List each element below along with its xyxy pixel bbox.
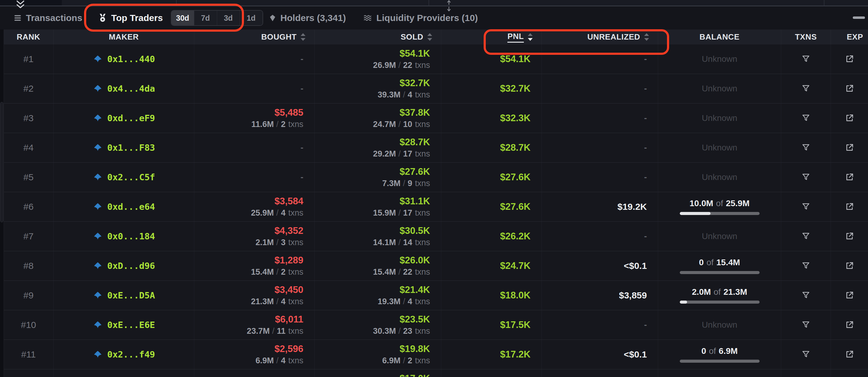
filter-icon[interactable] bbox=[801, 54, 811, 64]
external-link-icon[interactable] bbox=[844, 202, 854, 212]
column-header-balance[interactable]: BALANCE bbox=[658, 30, 781, 44]
rank-cell: #4 bbox=[4, 133, 54, 162]
timeframe-3d-button[interactable]: 3d bbox=[217, 11, 240, 25]
bought-subtext: 15.4M/2txns bbox=[251, 268, 303, 277]
pnl-cell: $17.5K bbox=[441, 310, 542, 340]
column-header-txns[interactable]: TXNS bbox=[781, 30, 831, 44]
filter-icon[interactable] bbox=[801, 84, 811, 93]
sort-icon[interactable] bbox=[426, 33, 433, 42]
pane-corner bbox=[0, 0, 62, 5]
column-header-pnl[interactable]: PNL bbox=[441, 30, 542, 44]
external-link-icon[interactable] bbox=[844, 84, 854, 93]
trader-row[interactable]: #8 0xD...d96 $1,28915.4M/2txns $26.0K15.… bbox=[4, 251, 868, 281]
external-link-icon[interactable] bbox=[844, 143, 854, 153]
external-link-icon[interactable] bbox=[844, 261, 854, 271]
bought-cell: $2,5966.9M/4txns bbox=[194, 340, 315, 369]
column-header-rank[interactable]: RANK bbox=[4, 30, 54, 44]
column-header-bought[interactable]: BOUGHT bbox=[194, 30, 315, 44]
timeframe-7d-button[interactable]: 7d bbox=[194, 11, 217, 25]
vertical-scrollbar[interactable] bbox=[0, 30, 4, 377]
maker-cell[interactable]: 0x2...C5f bbox=[54, 163, 194, 192]
tab-holders[interactable]: Holders (3,341) bbox=[269, 13, 346, 23]
external-link-icon[interactable] bbox=[844, 290, 854, 300]
unrealized-cell: <$0.1 bbox=[542, 251, 658, 280]
maker-cell[interactable]: 0xE...E6E bbox=[54, 310, 194, 340]
trader-row[interactable]: #7 0x0...184 $4,3522.1M/3txns $30.5K14.1… bbox=[4, 222, 868, 251]
column-header-sold[interactable]: SOLD bbox=[315, 30, 441, 44]
whale-icon bbox=[93, 55, 103, 64]
filter-icon[interactable] bbox=[801, 202, 811, 212]
sold-cell: $30.5K14.1M/14txns bbox=[315, 222, 441, 251]
external-link-icon[interactable] bbox=[844, 54, 854, 64]
trader-row[interactable]: #1 0x1...440 - $54.1K26.9M/22txns $54.1K… bbox=[4, 44, 868, 74]
unrealized-cell: - bbox=[542, 222, 658, 251]
pnl-cell: $24.7K bbox=[441, 251, 542, 280]
maker-cell[interactable]: 0xE...D5A bbox=[54, 281, 194, 310]
filter-icon[interactable] bbox=[801, 143, 811, 153]
bought-subtext: 11.6M/2txns bbox=[251, 120, 303, 129]
sort-icon-active-desc[interactable] bbox=[527, 33, 534, 42]
trader-row[interactable]: #6 0xd...e64 $3,58425.9M/4txns $31.1K15.… bbox=[4, 192, 868, 222]
sold-cell: $54.1K26.9M/22txns bbox=[315, 44, 441, 74]
maker-cell[interactable]: 0x1...F83 bbox=[54, 133, 194, 162]
tab-top-traders[interactable]: Top Traders bbox=[98, 13, 163, 23]
trader-row[interactable]: #11 0x2...f49 $2,5966.9M/4txns $19.8K6.9… bbox=[4, 340, 868, 369]
maker-cell[interactable]: 0xd...eF9 bbox=[54, 103, 194, 133]
external-link-icon[interactable] bbox=[844, 350, 854, 359]
filter-icon[interactable] bbox=[801, 113, 811, 123]
timeframe-1d-button[interactable]: 1d bbox=[240, 11, 262, 25]
filter-icon[interactable] bbox=[801, 350, 811, 359]
tab-liquidity-providers[interactable]: Liquidity Providers (10) bbox=[363, 13, 478, 23]
trader-row[interactable]: #5 0x2...C5f - $27.6K7.3M/9txns $27.6K -… bbox=[4, 163, 868, 192]
exp-cell bbox=[831, 310, 868, 340]
filter-icon[interactable] bbox=[801, 261, 811, 271]
maker-cell[interactable]: 0xd...e64 bbox=[54, 192, 194, 221]
pnl-value: $18.0K bbox=[500, 290, 531, 301]
txns-cell bbox=[781, 281, 831, 310]
trader-row[interactable]: #4 0x1...F83 - $28.7K29.2M/17txns $28.7K… bbox=[4, 133, 868, 163]
external-link-icon[interactable] bbox=[844, 113, 854, 123]
filter-icon[interactable] bbox=[801, 320, 811, 330]
sold-value: $19.8K bbox=[400, 344, 430, 354]
top-traders-table: #1 0x1...440 - $54.1K26.9M/22txns $54.1K… bbox=[4, 44, 868, 377]
sold-value: $27.6K bbox=[400, 166, 430, 177]
tab-transactions[interactable]: Transactions bbox=[13, 13, 82, 23]
trader-row[interactable]: #3 0xd...eF9 $5,48511.6M/2txns $37.8K24.… bbox=[4, 103, 868, 133]
trader-row[interactable]: #2 0x4...4da - $32.7K39.3M/4txns $32.7K … bbox=[4, 74, 868, 103]
pane-resize-handle-icon[interactable] bbox=[445, 0, 453, 13]
column-header-unrealized[interactable]: UNREALIZED bbox=[542, 30, 658, 44]
external-link-icon[interactable] bbox=[844, 231, 854, 241]
balance-cell: Unknown bbox=[658, 310, 781, 340]
sold-value: $32.7K bbox=[400, 78, 430, 88]
sold-cell: $26.0K15.4M/22txns bbox=[315, 251, 441, 280]
sort-icon[interactable] bbox=[300, 33, 306, 42]
collapse-double-chevron-icon[interactable] bbox=[15, 0, 26, 10]
column-header-maker[interactable]: MAKER bbox=[54, 30, 194, 44]
collapse-pane-button[interactable] bbox=[853, 17, 865, 19]
filter-icon[interactable] bbox=[801, 172, 811, 182]
maker-cell[interactable]: 0x0...184 bbox=[54, 222, 194, 251]
maker-cell[interactable]: 0x1...440 bbox=[54, 44, 194, 74]
maker-cell[interactable]: 0xD...d96 bbox=[54, 251, 194, 280]
column-header-exp[interactable]: EXP bbox=[831, 30, 868, 44]
pnl-value: $27.6K bbox=[500, 172, 531, 182]
filter-icon[interactable] bbox=[801, 231, 811, 241]
timeframe-30d-button[interactable]: 30d bbox=[172, 11, 194, 25]
pnl-cell: $27.6K bbox=[441, 163, 542, 192]
sort-icon[interactable] bbox=[643, 33, 650, 42]
trader-row[interactable]: #9 0xE...D5A $3,45021.3M/4txns $21.4K19.… bbox=[4, 281, 868, 310]
scrollbar-thumb[interactable] bbox=[0, 102, 3, 222]
external-link-icon[interactable] bbox=[844, 320, 854, 330]
tab-top-traders-label: Top Traders bbox=[111, 13, 163, 23]
external-link-icon[interactable] bbox=[844, 172, 854, 182]
filter-icon[interactable] bbox=[801, 290, 811, 300]
whale-icon bbox=[93, 261, 103, 271]
trader-row[interactable]: #10 0xE...E6E $6,01123.7M/11txns $23.5K3… bbox=[4, 310, 868, 340]
trader-row[interactable]: $17.0K bbox=[4, 369, 868, 377]
maker-cell[interactable]: 0x2...f49 bbox=[54, 340, 194, 369]
sold-value: $26.0K bbox=[400, 255, 430, 265]
maker-cell[interactable]: 0x4...4da bbox=[54, 74, 194, 103]
sold-subtext: 7.3M/9txns bbox=[382, 179, 430, 188]
sold-value: $31.1K bbox=[400, 196, 430, 207]
txns-cell bbox=[781, 251, 831, 280]
